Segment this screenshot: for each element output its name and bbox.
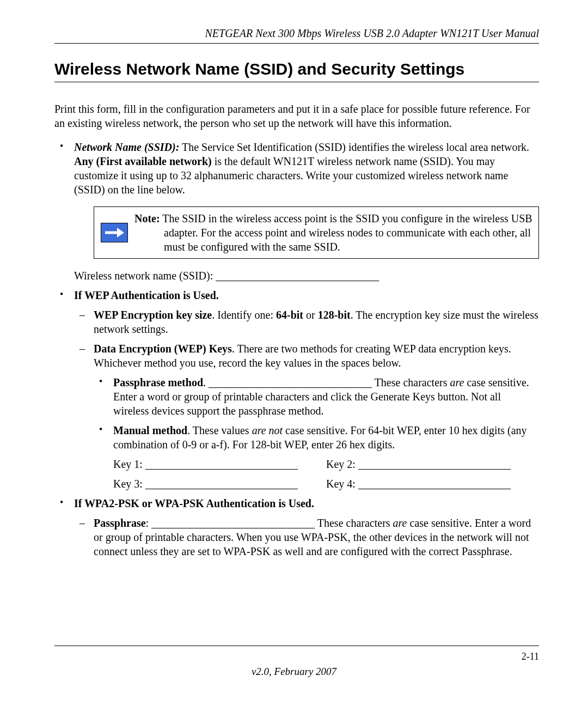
manual-page: NETGEAR Next 300 Mbps Wireless USB 2.0 A… [0, 0, 588, 706]
ssid-blank-line: Wireless network name (SSID): __________… [74, 269, 539, 283]
note-icon-cell [94, 220, 134, 246]
page-number: 2-11 [522, 651, 539, 662]
key-2: Key 2: ____________________________ [326, 457, 539, 471]
wpa-heading: If WPA2-PSK or WPA-PSK Authentication is… [74, 497, 314, 509]
ssid-bold-any: Any (First available network) [74, 155, 212, 167]
passphrase-method-item: Passphrase method. _____________________… [94, 375, 539, 418]
arrow-right-icon [101, 223, 128, 242]
ssid-bullet: Network Name (SSID): The Service Set Ide… [54, 140, 539, 283]
manual-method-item: Manual method. These values are not case… [94, 423, 539, 452]
wep-datakeys-item: Data Encryption (WEP) Keys. There are tw… [74, 342, 539, 491]
note-body: The SSID in the wireless access point is… [160, 212, 532, 253]
running-header: NETGEAR Next 300 Mbps Wireless USB 2.0 A… [54, 27, 539, 43]
ssid-label: Network Name (SSID): [74, 141, 179, 153]
wep-heading-bullet: If WEP Authentication is Used. WEP Encry… [54, 288, 539, 491]
header-rule [54, 43, 539, 44]
wpa-passphrase-item: Passphrase: ____________________________… [74, 516, 539, 558]
wep-heading: If WEP Authentication is Used. [74, 289, 219, 301]
ssid-text-1: The Service Set Identification (SSID) id… [179, 141, 529, 153]
wpa-heading-bullet: If WPA2-PSK or WPA-PSK Authentication is… [54, 496, 539, 558]
key-3: Key 3: ____________________________ [113, 477, 326, 491]
wep-keysize-label: WEP Encryption key size [94, 309, 212, 321]
wep-datakeys-label: Data Encryption (WEP) Keys [94, 343, 232, 355]
key-row-2: Key 3: ____________________________ Key … [113, 477, 539, 491]
section-title: Wireless Network Name (SSID) and Securit… [54, 60, 539, 82]
note-prefix: Note: [134, 212, 160, 224]
version-line: v2.0, February 2007 [0, 666, 588, 678]
key-row-1: Key 1: ____________________________ Key … [113, 457, 539, 471]
key-4: Key 4: ____________________________ [326, 477, 539, 491]
note-box: Note: The SSID in the wireless access po… [94, 206, 539, 259]
svg-marker-1 [117, 228, 124, 238]
wep-keysize-item: WEP Encryption key size. Identify one: 6… [74, 308, 539, 336]
footer-rule [54, 646, 539, 646]
key-1: Key 1: ____________________________ [113, 457, 326, 471]
note-text: Note: The SSID in the wireless access po… [134, 207, 538, 258]
intro-paragraph: Print this form, fill in the configurati… [54, 102, 539, 130]
